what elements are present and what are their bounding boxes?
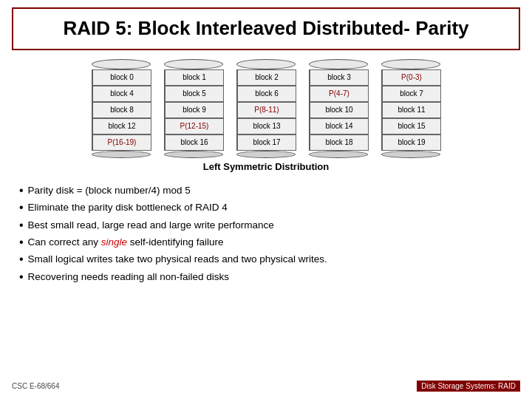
disk-disk1: block 1block 5block 9P(12-15)block 16 — [160, 59, 227, 158]
block-cell: block 17 — [237, 134, 296, 151]
bullet-item: •Small logical writes take two physical … — [19, 251, 520, 267]
block-cell: P(0-3) — [382, 69, 441, 86]
block-cell: block 0 — [92, 69, 151, 86]
disk-top — [381, 59, 440, 69]
bullet-text: Parity disk = (block number/4) mod 5 — [28, 183, 191, 199]
bullet-item: •Recovering needs reading all non-failed… — [19, 269, 520, 285]
block-cell: P(16-19) — [92, 134, 151, 151]
disk-bottom — [309, 151, 368, 158]
slide: RAID 5: Block Interleaved Distributed- P… — [0, 0, 532, 399]
block-cell: block 2 — [237, 69, 296, 86]
disk-disk2: block 2block 6P(8-11)block 13block 17 — [233, 59, 299, 158]
bullet-dot: • — [19, 251, 24, 267]
bullet-text: Small logical writes take two physical r… — [28, 251, 327, 267]
block-cell: P(4-7) — [310, 86, 369, 102]
block-cell: block 13 — [237, 118, 296, 134]
diagram-caption: Left Symmetric Distribution — [203, 161, 329, 172]
bullets-list: •Parity disk = (block number/4) mod 5•El… — [12, 183, 520, 378]
bullet-text: Best small read, large read and large wr… — [28, 217, 274, 233]
disk-body: P(0-3)block 7block 11block 15block 19 — [381, 69, 440, 151]
block-cell: block 19 — [382, 134, 441, 151]
disk-bottom — [236, 151, 296, 158]
bullet-item: •Eliminate the parity disk bottleneck of… — [19, 200, 520, 216]
block-cell: block 12 — [92, 118, 151, 134]
bullet-dot: • — [19, 183, 24, 199]
footer-left: CSC E-68/664 — [12, 382, 59, 390]
disk-disk4: P(0-3)block 7block 11block 15block 19 — [378, 59, 444, 158]
slide-title: RAID 5: Block Interleaved Distributed- P… — [28, 16, 504, 41]
bullet-text: Eliminate the parity disk bottleneck of … — [28, 200, 228, 216]
bullet-dot: • — [19, 269, 24, 285]
block-cell: P(12-15) — [165, 118, 224, 134]
disk-top — [236, 59, 296, 69]
title-box: RAID 5: Block Interleaved Distributed- P… — [12, 7, 520, 50]
bullet-item: •Parity disk = (block number/4) mod 5 — [19, 183, 520, 199]
disk-top — [164, 59, 223, 69]
bullet-item: •Can correct any single self-identifying… — [19, 234, 520, 250]
bullet-item: •Best small read, large read and large w… — [19, 217, 520, 233]
bullet-dot: • — [19, 200, 24, 216]
block-cell: block 18 — [310, 134, 369, 151]
disks-row: block 0block 4block 8block 12P(16-19)blo… — [88, 59, 444, 158]
block-cell: block 5 — [165, 86, 224, 102]
footer: CSC E-68/664 Disk Storage Systems: RAID — [12, 381, 520, 392]
bullet-text: Can correct any single self-identifying … — [28, 234, 224, 250]
disk-body: block 0block 4block 8block 12P(16-19) — [92, 69, 151, 151]
footer-right: Disk Storage Systems: RAID — [417, 381, 520, 392]
block-cell: block 6 — [237, 86, 296, 102]
block-cell: block 1 — [165, 69, 224, 86]
block-cell: block 9 — [165, 102, 224, 118]
block-cell: block 16 — [165, 134, 224, 151]
block-cell: block 11 — [382, 102, 441, 118]
bullet-dot: • — [19, 234, 24, 250]
bullet-text: Recovering needs reading all non-failed … — [28, 269, 229, 285]
italic-word: single — [101, 236, 127, 248]
block-cell: block 3 — [310, 69, 369, 86]
block-cell: block 8 — [92, 102, 151, 118]
disk-bottom — [381, 151, 440, 158]
block-cell: block 14 — [310, 118, 369, 134]
disk-body: block 3P(4-7)block 10block 14block 18 — [309, 69, 368, 151]
disk-body: block 2block 6P(8-11)block 13block 17 — [236, 69, 296, 151]
disk-disk0: block 0block 4block 8block 12P(16-19) — [88, 59, 154, 158]
disk-bottom — [164, 151, 223, 158]
block-cell: block 10 — [310, 102, 369, 118]
block-cell: block 15 — [382, 118, 441, 134]
bullet-dot: • — [19, 217, 24, 233]
disk-top — [92, 59, 151, 69]
disk-disk3: block 3P(4-7)block 10block 14block 18 — [305, 59, 372, 158]
block-cell: block 7 — [382, 86, 441, 102]
block-cell: P(8-11) — [237, 102, 296, 118]
disk-body: block 1block 5block 9P(12-15)block 16 — [164, 69, 223, 151]
block-cell: block 4 — [92, 86, 151, 102]
diagram-area: block 0block 4block 8block 12P(16-19)blo… — [12, 59, 520, 178]
disk-top — [309, 59, 368, 69]
disk-bottom — [92, 151, 151, 158]
